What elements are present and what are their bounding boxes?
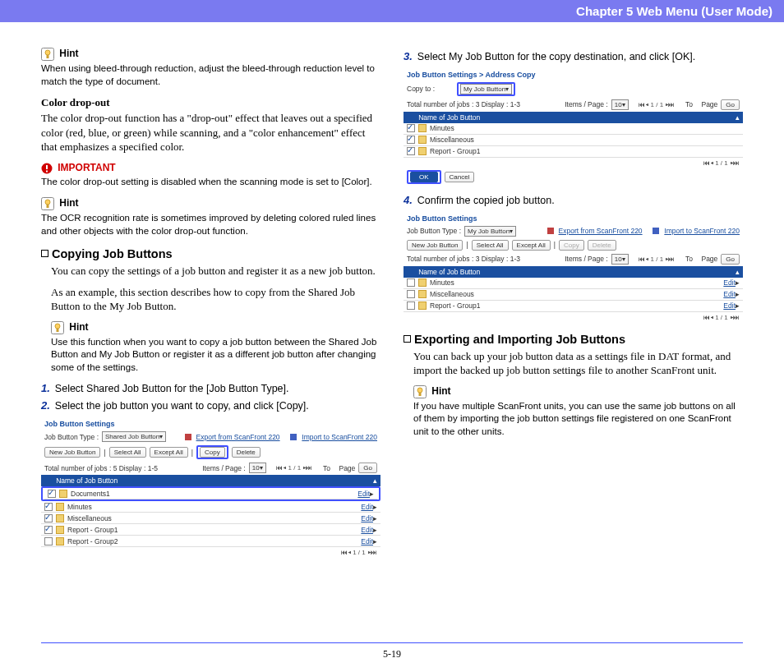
hint-text: Use this function when you want to copy … (51, 336, 380, 375)
job-icon (418, 301, 427, 310)
fig-new-button[interactable]: New Job Button (407, 240, 463, 251)
fig-items-select[interactable]: 10 ▾ (249, 463, 266, 473)
hint-label: Hint (431, 385, 450, 397)
hint-label: Hint (59, 197, 78, 209)
fig-items-select[interactable]: 10 ▾ (611, 99, 629, 110)
color-dropout-body: The color drop-out function has a "drop-… (41, 111, 380, 154)
svg-point-1 (45, 50, 50, 55)
fig-title: Job Button Settings (41, 418, 380, 430)
fig-cancel-button[interactable]: Cancel (445, 172, 475, 182)
edit-link[interactable]: Edit (361, 514, 373, 522)
svg-point-13 (417, 388, 422, 393)
fig-selectall-button[interactable]: Select All (472, 240, 509, 251)
important-label: IMPORTANT (58, 162, 115, 173)
fig-go-button[interactable]: Go (721, 254, 740, 265)
fig-delete-button[interactable]: Delete (232, 447, 261, 458)
row-name: Report - Group1 (430, 301, 480, 310)
hint-block-3: Hint Use this function when you want to … (51, 320, 380, 375)
fig-go-button[interactable]: Go (358, 463, 377, 473)
left-column: Hint When using bleed-through reduction,… (41, 47, 380, 566)
edit-link[interactable]: Edit (361, 537, 373, 545)
fig-delete-button[interactable]: Delete (588, 240, 616, 251)
fig-ok-button[interactable]: OK (410, 172, 438, 182)
copying-p1: You can copy the settings of a job butto… (51, 264, 380, 278)
fig-table-head: Name of Job Button▴ (404, 112, 743, 123)
important-text: The color drop-out setting is disabled w… (41, 176, 380, 189)
step-1: 1. Select Shared Job Button for the [Job… (41, 382, 380, 396)
fig-new-button[interactable]: New Job Button (44, 447, 100, 458)
table-row[interactable]: Report - Group1 (404, 146, 743, 158)
hint-icon (51, 321, 64, 334)
hint-block-2: Hint The OCR recognition rate is sometim… (41, 196, 380, 237)
checkbox-icon[interactable] (44, 503, 53, 511)
row-name: Miscellaneous (67, 514, 112, 522)
import-icon (290, 434, 297, 440)
checkbox-icon[interactable] (407, 147, 415, 155)
svg-point-7 (45, 200, 50, 205)
job-icon (418, 136, 427, 144)
table-row[interactable]: MiscellaneousEdit ▸ (404, 289, 743, 301)
edit-link[interactable]: Edit (723, 290, 736, 298)
row-name: Minutes (430, 124, 454, 132)
fig-import-link[interactable]: Import to ScanFront 220 (664, 227, 740, 235)
table-row[interactable]: Report - Group2Edit ▸ (41, 536, 380, 547)
table-row[interactable]: Report - Group1Edit ▸ (41, 524, 380, 536)
checkbox-icon[interactable] (44, 537, 53, 545)
table-row[interactable]: Report - Group1Edit ▸ (404, 301, 743, 312)
edit-link[interactable]: Edit (723, 278, 736, 287)
hint-label: Hint (59, 48, 78, 59)
table-row[interactable]: MinutesEdit ▸ (41, 501, 380, 513)
job-icon (418, 124, 427, 132)
fig-pager: ⏮◀ 1 / 1 ▶⏭ (276, 464, 312, 472)
step-number: 1. (41, 382, 50, 396)
checkbox-icon[interactable] (407, 136, 415, 144)
row-name: Report - Group1 (67, 526, 118, 534)
page-number: 5-19 (383, 648, 401, 660)
edit-link[interactable]: Edit (357, 490, 370, 498)
fig-items-select[interactable]: 10 ▾ (611, 254, 629, 265)
hint-icon (413, 385, 427, 398)
checkbox-icon[interactable] (48, 490, 56, 498)
checkbox-icon[interactable] (44, 514, 53, 522)
chapter-title: Chapter 5 Web Menu (User Mode) (576, 4, 772, 18)
row-name: Minutes (430, 278, 454, 287)
edit-link[interactable]: Edit (361, 503, 373, 511)
checkbox-icon[interactable] (407, 301, 415, 310)
table-row[interactable]: MiscellaneousEdit ▸ (41, 513, 380, 524)
checkbox-icon[interactable] (407, 290, 415, 298)
table-row[interactable]: Minutes (404, 123, 743, 135)
fig-copy-button[interactable]: Copy (200, 447, 225, 458)
table-row[interactable]: Miscellaneous (404, 135, 743, 146)
fig-exceptall-button[interactable]: Except All (512, 240, 551, 251)
fig-copyto-select[interactable]: My Job Button ▾ (460, 84, 512, 94)
checkbox-icon[interactable] (407, 124, 415, 132)
step-text: Select Shared Job Button for the [Job Bu… (55, 382, 289, 396)
table-row[interactable]: MinutesEdit ▸ (404, 278, 743, 289)
fig-selectall-button[interactable]: Select All (109, 447, 146, 458)
fig-export-link[interactable]: Export from ScanFront 220 (559, 227, 643, 235)
fig-import-link[interactable]: Import to ScanFront 220 (302, 433, 377, 441)
edit-link[interactable]: Edit (361, 526, 373, 534)
job-icon (56, 526, 64, 534)
figure-address-copy: Job Button Settings > Address Copy Copy … (404, 69, 743, 186)
fig-type-select[interactable]: Shared Job Button ▾ (102, 431, 166, 442)
fig-copy-button[interactable]: Copy (559, 240, 584, 251)
checkbox-icon[interactable] (44, 526, 53, 534)
fig-type-select[interactable]: My Job Button ▾ (464, 226, 516, 237)
section-bullet-icon (404, 335, 411, 343)
checkbox-icon[interactable] (407, 278, 415, 287)
table-row[interactable]: Documents1Edit ▸ (44, 488, 377, 499)
row-name: Miscellaneous (430, 136, 474, 144)
job-icon (418, 147, 427, 155)
fig-pager-bottom: ⏮◀ 1 / 1 ▶⏭ (341, 549, 377, 556)
fig-exceptall-button[interactable]: Except All (150, 447, 188, 458)
fig-export-link[interactable]: Export from ScanFront 220 (196, 433, 280, 441)
row-name: Report - Group1 (430, 147, 480, 155)
page-content: Hint When using bleed-through reduction,… (0, 22, 784, 574)
hint-text: If you have multiple ScanFront units, yo… (413, 400, 743, 439)
hint-icon (41, 48, 54, 61)
row-name: Miscellaneous (430, 290, 474, 298)
edit-link[interactable]: Edit (723, 301, 736, 310)
fig-go-button[interactable]: Go (721, 99, 740, 110)
export-icon (547, 228, 554, 234)
